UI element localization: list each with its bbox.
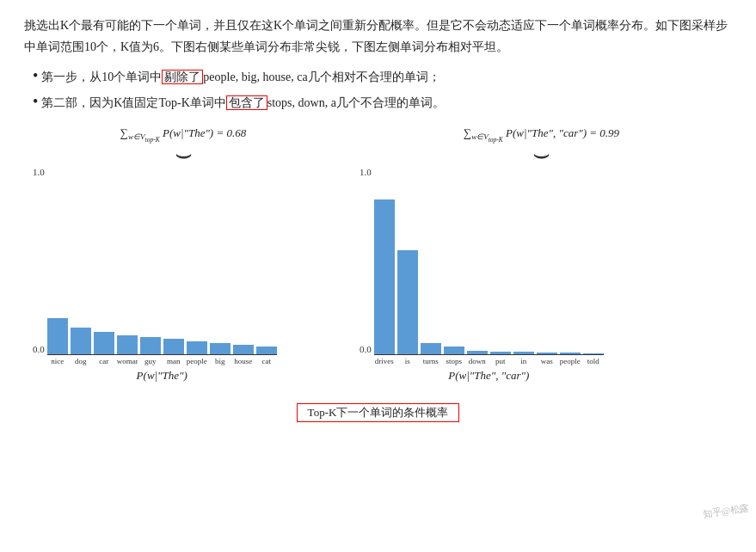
right-bars-and-xaxis: drivesisturnsstopsdownputinwaspeopletold… (374, 165, 604, 383)
bar-label: dog (71, 357, 91, 365)
bar-label: was (537, 357, 557, 365)
bar-label: car (94, 357, 114, 365)
bullet-text-2: 第二部，因为K值固定Top-K单词中包含了stops, down, a几个不合理… (41, 92, 445, 114)
bar (117, 335, 138, 354)
bar (210, 343, 230, 354)
bar-label: put (490, 357, 511, 365)
bar-label: man (163, 357, 184, 365)
bar-label: stops (444, 357, 464, 365)
right-full-chart: 1.0 0.0 drivesisturnsstopsdownputinwaspe… (360, 165, 732, 383)
left-full-chart: 1.0 0.0 nicedogcarwomanguymanpeoplebigho… (33, 165, 342, 383)
left-x-axis (47, 354, 277, 356)
bar-label: drives (374, 357, 395, 365)
right-chart-section: ∑w∈Vtop-K P(w|"The", "car") = 0.99 ⌣ 1.0… (351, 126, 732, 383)
bar (47, 318, 68, 354)
left-all-bars (47, 165, 277, 354)
bar-label: is (397, 357, 418, 365)
watermark: 知乎@松露 (702, 501, 750, 520)
bar-label: turns (421, 357, 441, 365)
bar-label: people (560, 357, 581, 365)
bar-label: down (467, 357, 488, 365)
left-y-ticks: 1.0 0.0 (33, 165, 47, 354)
highlight-2: 包含了 (226, 95, 267, 110)
bar-label: big (210, 357, 230, 365)
bullet-text-1: 第一步，从10个单词中剔除了people, big, house, ca几个相对… (41, 66, 439, 89)
right-brace: ⌣ (532, 144, 550, 163)
bar (163, 339, 184, 354)
bar-label: nice (47, 357, 68, 365)
bar (444, 347, 464, 354)
bullet-item-2: • 第二部，因为K值固定Top-K单词中包含了stops, down, a几个不… (33, 92, 732, 114)
chart-area: ∑w∈Vtop-K P(w|"The") = 0.68 ⌣ 1.0 0.0 ni… (24, 126, 732, 383)
left-formula-area: ∑w∈Vtop-K P(w|"The") = 0.68 ⌣ (24, 126, 342, 163)
left-brace: ⌣ (175, 144, 193, 163)
bar-label: guy (140, 357, 161, 365)
bar (187, 341, 207, 354)
left-bars-and-xaxis: nicedogcarwomanguymanpeoplebighousecat P… (47, 165, 277, 383)
right-x-axis (374, 354, 604, 356)
bar (71, 328, 91, 354)
right-formula-area: ∑w∈Vtop-K P(w|"The", "car") = 0.99 ⌣ (351, 126, 732, 163)
bar (94, 332, 114, 354)
right-bar-labels: drivesisturnsstopsdownputinwaspeopletold (374, 357, 604, 365)
right-all-bars (374, 165, 604, 354)
highlight-1: 剔除了 (162, 70, 203, 84)
bottom-label: Top-K下一个单词的条件概率 (297, 403, 460, 422)
bar (421, 343, 441, 354)
left-bar-labels: nicedogcarwomanguymanpeoplebighousecat (47, 357, 277, 365)
bar-label: cat (256, 357, 277, 365)
bullet-dot-2: • (33, 94, 38, 109)
intro-paragraph: 挑选出K个最有可能的下一个单词，并且仅在这K个单词之间重新分配概率。但是它不会动… (24, 15, 732, 58)
bar-label: people (187, 357, 207, 365)
bar (140, 337, 161, 354)
bar-label: woman (117, 357, 138, 365)
bar (256, 347, 277, 354)
bar-label: told (583, 357, 604, 365)
left-chart-title: P(w|"The") (47, 369, 277, 383)
right-y-ticks: 1.0 0.0 (360, 165, 374, 354)
bar (374, 199, 395, 354)
bar (233, 345, 254, 354)
bar-label: house (233, 357, 254, 365)
bar (397, 250, 418, 354)
bullet-dot-1: • (33, 68, 38, 83)
bar-label: in (513, 357, 534, 365)
right-chart-title: P(w|"The", "car") (374, 369, 604, 383)
bottom-section: Top-K下一个单词的条件概率 (24, 395, 732, 422)
bullet-item-1: • 第一步，从10个单词中剔除了people, big, house, ca几个… (33, 66, 732, 89)
left-chart-section: ∑w∈Vtop-K P(w|"The") = 0.68 ⌣ 1.0 0.0 ni… (24, 126, 351, 383)
bullet-list: • 第一步，从10个单词中剔除了people, big, house, ca几个… (33, 66, 732, 114)
